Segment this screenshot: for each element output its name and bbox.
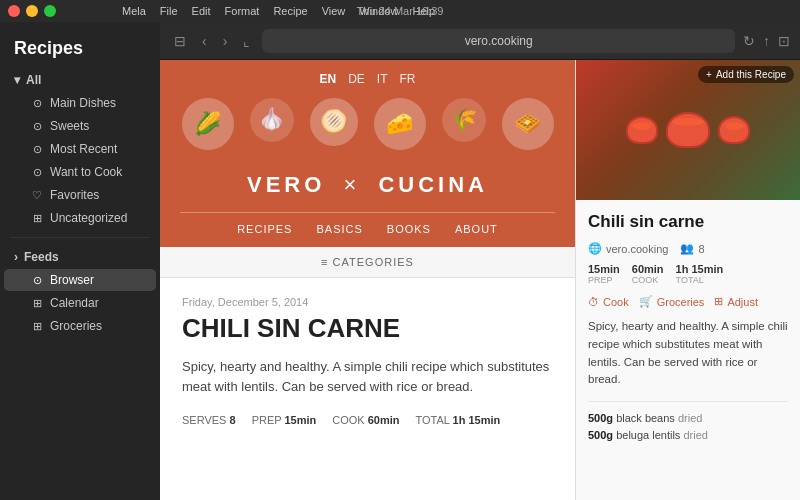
total-time-label: TOTAL — [676, 275, 724, 285]
cart-icon: 🛒 — [639, 295, 653, 308]
address-bar[interactable]: vero.cooking — [262, 29, 735, 53]
sidebar-toggle-icon[interactable]: ⊟ — [170, 31, 190, 51]
fullscreen-button[interactable] — [44, 5, 56, 17]
food-icon-garlic: 🧄 — [250, 98, 294, 142]
sidebar-item-label: Calendar — [50, 296, 99, 310]
recipe-actions: ⏱ Cook 🛒 Groceries ⊞ Adjust — [588, 295, 788, 308]
circle-icon: ⊙ — [30, 97, 44, 110]
recipe-image: + Add this Recipe — [576, 60, 800, 200]
ingredient-note-1: dried — [678, 412, 702, 424]
recipe-title: Chili sin carne — [588, 212, 788, 232]
brand-title: VERO × CUCINA — [180, 172, 555, 198]
bowl-small — [626, 116, 658, 144]
food-icon-grain: 🌾 — [442, 98, 486, 142]
cook-time-value: 60min — [632, 263, 664, 275]
menu-recipe[interactable]: Recipe — [273, 5, 307, 17]
close-button[interactable] — [8, 5, 20, 17]
lang-en[interactable]: EN — [319, 72, 336, 86]
sidebar: Recipes ▾ All ⊙ Main Dishes ⊙ Sweets ⊙ M… — [0, 22, 160, 500]
minimize-button[interactable] — [26, 5, 38, 17]
lang-it[interactable]: IT — [377, 72, 388, 86]
menu-view[interactable]: View — [322, 5, 346, 17]
chevron-right-icon: › — [14, 250, 18, 264]
nav-books[interactable]: BOOKS — [387, 223, 431, 235]
recipe-total-time: 1h 15min TOTAL — [676, 263, 724, 285]
sidebar-item-label: Most Recent — [50, 142, 117, 156]
prep-time-value: 15min — [588, 263, 620, 275]
menu-edit[interactable]: Edit — [192, 5, 211, 17]
categories-bar[interactable]: ≡ CATEGORIES — [160, 247, 575, 278]
sidebar-item-label: Main Dishes — [50, 96, 116, 110]
menu-format[interactable]: Format — [225, 5, 260, 17]
action-icon[interactable]: ⊡ — [778, 33, 790, 49]
add-recipe-button[interactable]: + Add this Recipe — [698, 66, 794, 83]
menu-mela[interactable]: Mela — [122, 5, 146, 17]
recipe-cook-time: 60min COOK — [632, 263, 664, 285]
total-meta: TOTAL 1h 15min — [416, 414, 501, 426]
cook-button[interactable]: ⏱ Cook — [588, 295, 629, 308]
food-icons: 🌽 🧄 🫓 🧀 🌾 🧇 — [180, 98, 555, 150]
ingredient-amount-1: 500g — [588, 412, 613, 424]
bowl-small-2 — [718, 116, 750, 144]
groceries-button[interactable]: 🛒 Groceries — [639, 295, 705, 308]
sidebar-section-all: ▾ All ⊙ Main Dishes ⊙ Sweets ⊙ Most Rece… — [0, 69, 160, 229]
forward-button[interactable]: › — [219, 31, 232, 51]
sidebar-section-header-feeds[interactable]: › Feeds — [0, 246, 160, 268]
share-icon[interactable]: ↑ — [763, 33, 770, 49]
add-recipe-label: Add this Recipe — [716, 69, 786, 80]
calendar-icon: ⊞ — [30, 297, 44, 310]
circle-icon: ⊙ — [30, 120, 44, 133]
recipe-source-text: vero.cooking — [606, 243, 668, 255]
globe-icon: 🌐 — [588, 242, 602, 255]
nav-basics[interactable]: BASICS — [316, 223, 362, 235]
back-button[interactable]: ‹ — [198, 31, 211, 51]
food-icon-bread: 🫓 — [310, 98, 358, 146]
chevron-down-icon: ▾ — [14, 73, 20, 87]
recipe-servings: 👥 8 — [680, 242, 704, 255]
sidebar-item-sweets[interactable]: ⊙ Sweets — [4, 115, 156, 137]
recipe-servings-text: 8 — [698, 243, 704, 255]
adjust-button[interactable]: ⊞ Adjust — [714, 295, 758, 308]
plus-icon: + — [706, 69, 712, 80]
sidebar-item-want-to-cook[interactable]: ⊙ Want to Cook — [4, 161, 156, 183]
bookmark-icon[interactable]: ⌞ — [239, 31, 254, 51]
adjust-icon: ⊞ — [714, 295, 723, 308]
lang-fr[interactable]: FR — [400, 72, 416, 86]
sidebar-title: Recipes — [0, 32, 160, 69]
reload-icon[interactable]: ↻ — [743, 33, 755, 49]
titlebar: Mela File Edit Format Recipe View Window… — [0, 0, 800, 22]
webpage-header: EN DE IT FR 🌽 🧄 🫓 🧀 🌾 🧇 — [160, 60, 575, 247]
sidebar-item-main-dishes[interactable]: ⊙ Main Dishes — [4, 92, 156, 114]
grid-icon: ⊞ — [30, 212, 44, 225]
sidebar-item-uncategorized[interactable]: ⊞ Uncategorized — [4, 207, 156, 229]
serves-meta: SERVES 8 — [182, 414, 236, 426]
sidebar-item-favorites[interactable]: ♡ Favorites — [4, 184, 156, 206]
browser-content: EN DE IT FR 🌽 🧄 🫓 🧀 🌾 🧇 — [160, 60, 800, 500]
sidebar-item-calendar[interactable]: ⊞ Calendar — [4, 292, 156, 314]
app-window: Recipes ▾ All ⊙ Main Dishes ⊙ Sweets ⊙ M… — [0, 22, 800, 500]
groceries-icon: ⊞ — [30, 320, 44, 333]
recipe-panel: + Add this Recipe Chili sin carne 🌐 vero… — [575, 60, 800, 500]
sidebar-item-label: Favorites — [50, 188, 99, 202]
sidebar-item-most-recent[interactable]: ⊙ Most Recent — [4, 138, 156, 160]
menu-file[interactable]: File — [160, 5, 178, 17]
system-time: Thu 24 Mar 16:39 — [357, 5, 444, 17]
ingredient-name-1: black beans — [616, 412, 675, 424]
sidebar-section-feeds: › Feeds ⊙ Browser ⊞ Calendar ⊞ Groceries — [0, 246, 160, 337]
cook-button-label: Cook — [603, 296, 629, 308]
sidebar-section-header-all[interactable]: ▾ All — [0, 69, 160, 91]
sidebar-item-browser[interactable]: ⊙ Browser — [4, 269, 156, 291]
cook-meta: COOK 60min — [332, 414, 399, 426]
clock-icon: ⊙ — [30, 143, 44, 156]
cook-time-label: COOK — [632, 275, 664, 285]
divider — [588, 401, 788, 402]
sidebar-item-label: Sweets — [50, 119, 89, 133]
article-title: CHILI SIN CARNE — [182, 314, 553, 343]
ingredient-name-2: beluga lentils — [616, 429, 680, 441]
sidebar-item-groceries[interactable]: ⊞ Groceries — [4, 315, 156, 337]
ingredient-item-2: 500g beluga lentils dried — [588, 429, 788, 441]
nav-recipes[interactable]: RECIPES — [237, 223, 292, 235]
nav-about[interactable]: ABOUT — [455, 223, 498, 235]
lang-de[interactable]: DE — [348, 72, 365, 86]
recipe-prep-time: 15min PREP — [588, 263, 620, 285]
